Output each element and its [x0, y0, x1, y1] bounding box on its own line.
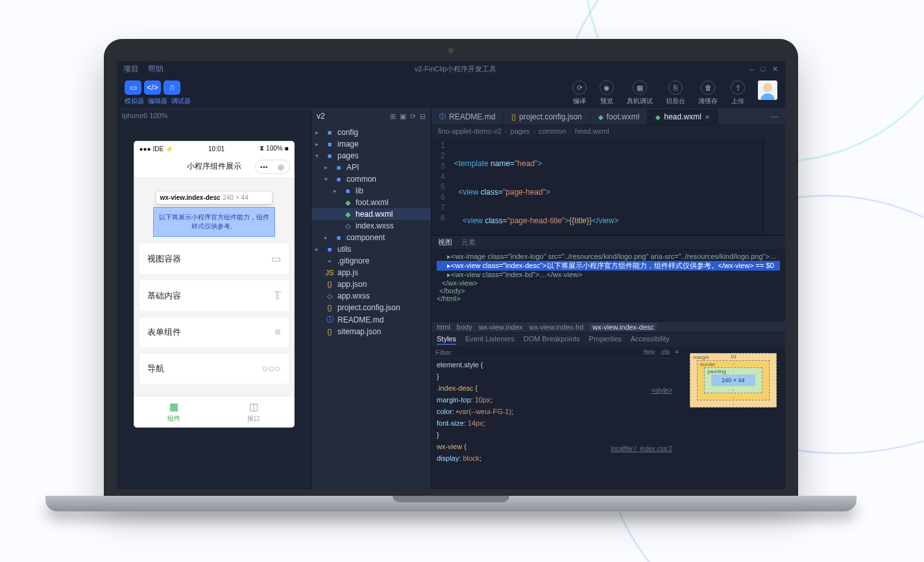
- styletab-styles[interactable]: Styles: [437, 335, 456, 345]
- lbl-debugger: 调试器: [171, 97, 191, 106]
- btn-compile[interactable]: ⟳编译: [572, 80, 587, 106]
- file-appwxss[interactable]: ◇app.wxss: [311, 290, 431, 302]
- wxml-icon: ◆: [343, 199, 352, 207]
- folder-config[interactable]: ▸■config: [311, 127, 431, 138]
- styletab-dom-bp[interactable]: DOM Breakpoints: [524, 335, 580, 345]
- capsule-more-icon[interactable]: •••: [260, 163, 268, 171]
- close-tab-icon[interactable]: ✕: [705, 114, 710, 121]
- file-appjs[interactable]: JSapp.js: [311, 267, 431, 278]
- toggle-debugger[interactable]: ⎍: [164, 80, 180, 95]
- laptop-base: [45, 496, 857, 511]
- dom-tree[interactable]: ▸<wx-image class="index-logo" src="../re…: [432, 250, 785, 321]
- folder-image[interactable]: ▸■image: [311, 138, 431, 150]
- file-projconfig[interactable]: {}project.config.json: [311, 302, 431, 313]
- dom-selected[interactable]: ▸<wx-view class="index-desc">以下将展示小程序官方组…: [437, 261, 780, 271]
- folder-pages[interactable]: ▾■pages: [311, 150, 431, 162]
- btn-background[interactable]: ⎘切后台: [666, 80, 685, 106]
- phone-statusbar: ●●● IDE ⚡ 10:01 ⧗ 100% ■: [134, 141, 294, 156]
- card-view-container[interactable]: 视图容器▭: [140, 243, 289, 274]
- breadcrumbs[interactable]: fino-applet-demo-v2›pages›common›head.wx…: [432, 125, 785, 138]
- tab-readme[interactable]: ⓘREADME.md: [432, 109, 504, 125]
- phone-frame: ●●● IDE ⚡ 10:01 ⧗ 100% ■ 小程序组件展示 ••• ◎: [134, 141, 294, 427]
- styles-filter-input[interactable]: [432, 347, 640, 358]
- wxml-icon: ◆: [655, 114, 661, 121]
- styletab-a11y[interactable]: Accessibility: [631, 335, 670, 345]
- dom-breadcrumbs[interactable]: html body wx-view.index wx-view.index-hd…: [432, 321, 785, 333]
- add-rule-icon[interactable]: +: [672, 347, 681, 358]
- new-file-icon[interactable]: ⊞: [390, 112, 396, 121]
- box-model: margin 10 border - padding - 240 × 4: [681, 347, 785, 489]
- btn-upload[interactable]: ⇪上传: [731, 80, 745, 106]
- styles-pane[interactable]: :hov .cls + element.style { } .index-des…: [432, 347, 681, 489]
- folder-api[interactable]: ▸■API: [311, 162, 431, 173]
- toggle-editor[interactable]: </>: [144, 80, 161, 95]
- window-max-icon[interactable]: □: [759, 65, 767, 73]
- explorer-root[interactable]: v2: [317, 112, 325, 121]
- file-gitignore[interactable]: ▫.gitignore: [311, 255, 431, 267]
- file-icon: ▫: [325, 257, 334, 265]
- capsule-close-icon[interactable]: ◎: [278, 163, 284, 171]
- cls-toggle[interactable]: .cls: [657, 347, 672, 358]
- folder-icon: ■: [325, 152, 334, 160]
- json-icon: {}: [511, 114, 516, 121]
- tab-head[interactable]: ◆head.wxml✕: [648, 109, 718, 125]
- wxml-icon: ◆: [598, 114, 603, 121]
- btn-preview[interactable]: ◉预览: [600, 80, 614, 106]
- menu-project[interactable]: 项目: [123, 64, 139, 75]
- file-sitemap[interactable]: {}sitemap.json: [311, 326, 431, 337]
- file-readme[interactable]: ⓘREADME.md: [311, 313, 431, 326]
- window-close-icon[interactable]: ✕: [771, 65, 779, 73]
- insp-tab-elements[interactable]: 元素: [461, 238, 476, 247]
- card-icon: ▭: [271, 252, 281, 265]
- file-head[interactable]: ◆head.wxml: [311, 208, 431, 220]
- folder-icon: ■: [334, 175, 343, 183]
- insp-tab-view[interactable]: 视图: [438, 238, 452, 247]
- tab-api[interactable]: ◫接口: [214, 397, 294, 427]
- styletab-props[interactable]: Properties: [589, 335, 622, 345]
- file-appjson[interactable]: {}app.json: [311, 278, 431, 290]
- app-screen: 项目 帮助 v2-FinClip小程序开发工具 – □ ✕ ▭ </> ⎍: [117, 61, 785, 489]
- btn-remote[interactable]: ▦真机调试: [627, 80, 653, 106]
- collapse-icon[interactable]: ⊟: [420, 112, 426, 121]
- capsule[interactable]: ••• ◎: [255, 160, 290, 174]
- avatar[interactable]: [758, 80, 777, 100]
- tabs-more-icon[interactable]: ⋯: [764, 109, 785, 125]
- status-signal: ●●● IDE ⚡: [140, 145, 173, 153]
- tab-component[interactable]: ▦组件: [134, 397, 214, 427]
- styletab-events[interactable]: Event Listeners: [465, 335, 515, 345]
- folder-component[interactable]: ▸■component: [311, 232, 431, 243]
- card-navigation[interactable]: 导航○○○: [140, 354, 289, 384]
- json-icon: {}: [325, 280, 334, 288]
- refresh-icon[interactable]: ⟳: [410, 112, 416, 121]
- new-folder-icon[interactable]: ▣: [400, 112, 406, 121]
- toggle-simulator[interactable]: ▭: [125, 80, 141, 95]
- phone-navbar: 小程序组件展示 ••• ◎: [134, 156, 294, 178]
- folder-icon: ■: [334, 164, 343, 171]
- card-icon: ≡: [274, 326, 280, 338]
- card-icon: ○○○: [262, 363, 281, 374]
- phone-tabbar: ▦组件 ◫接口: [134, 396, 294, 427]
- card-form[interactable]: 表单组件≡: [140, 317, 289, 347]
- menu-help[interactable]: 帮助: [148, 64, 164, 75]
- folder-common[interactable]: ▾■common: [311, 173, 431, 185]
- js-icon: JS: [325, 269, 334, 276]
- api-icon: ◫: [249, 401, 258, 413]
- file-foot[interactable]: ◆foot.wxml: [311, 197, 431, 208]
- btn-clear-cache[interactable]: 🗑清缓存: [698, 80, 718, 106]
- tab-foot[interactable]: ◆foot.wxml: [590, 109, 648, 125]
- file-indexwxss[interactable]: ◇index.wxss: [311, 220, 431, 232]
- status-battery: ⧗ 100% ■: [260, 145, 288, 153]
- menubar: 项目 帮助 v2-FinClip小程序开发工具 – □ ✕: [117, 61, 785, 77]
- folder-icon: ■: [325, 245, 334, 253]
- folder-utils[interactable]: ▸■utils: [311, 243, 431, 255]
- minimap[interactable]: [763, 138, 785, 235]
- folder-lib[interactable]: ▸■lib: [311, 185, 431, 197]
- highlighted-element[interactable]: 以下将展示小程序官方组件能力，组件样式仅供参考。: [153, 207, 275, 237]
- window-min-icon[interactable]: –: [748, 65, 755, 73]
- simulator-device-label[interactable]: iphone6 100%: [117, 109, 311, 122]
- card-basic-content[interactable]: 基础内容𝕋: [140, 280, 289, 311]
- code-editor[interactable]: 12345678 <template name="head"> <view cl…: [432, 138, 785, 235]
- hov-toggle[interactable]: :hov: [640, 347, 657, 358]
- toolbar: ▭ </> ⎍ 模拟器 编辑器 调试器 ⟳编译 ◉预览 ▦真机调试: [117, 77, 785, 108]
- tab-projconfig[interactable]: {}project.config.json: [504, 109, 590, 125]
